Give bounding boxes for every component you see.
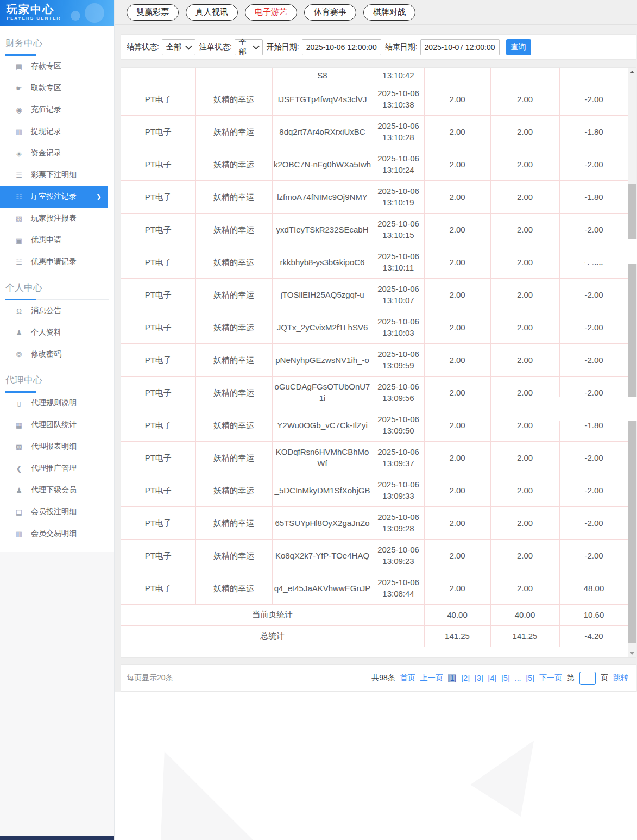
lottery-bet-details-icon: ☰ bbox=[15, 171, 23, 179]
bet-amount-cell: 2.00 bbox=[424, 115, 490, 148]
table-row: PT电子妖精的幸运jTOSllEIH25AQ5zgqf-u2025-10-06 … bbox=[121, 278, 628, 311]
order-id-cell: Ko8qX2k7-YfP-TOe4HAQ bbox=[272, 539, 373, 572]
sidebar-item-lottery-bet-details[interactable]: ☰彩票下注明细 bbox=[0, 164, 108, 186]
jump-prefix-label: 第 bbox=[567, 673, 575, 683]
page-link[interactable]: 下一页 bbox=[539, 673, 562, 683]
page-link-current[interactable]: [1] bbox=[448, 674, 457, 682]
sidebar-item-deposit[interactable]: ▤存款专区 bbox=[0, 55, 108, 77]
tab-game-category[interactable]: 棋牌对战 bbox=[363, 4, 415, 21]
settle-status-value: 全部 bbox=[166, 42, 181, 52]
sidebar-item-withdraw[interactable]: ☛取款专区 bbox=[0, 77, 108, 99]
profit-cell: -2.00 bbox=[559, 506, 628, 539]
sidebar-item-person[interactable]: ♟个人资料 bbox=[0, 322, 108, 343]
query-button[interactable]: 查询 bbox=[506, 39, 531, 55]
sidebar-item-label: 个人资料 bbox=[31, 328, 61, 337]
game-cell: 妖精的幸运 bbox=[195, 213, 272, 246]
table-row: PT电子妖精的幸运IJSETGTp4fwqV4s3clVJ2025-10-06 … bbox=[121, 83, 628, 115]
sidebar-item-agent-rules-doc[interactable]: ▯代理规则说明 bbox=[0, 392, 108, 414]
tab-game-category[interactable]: 雙赢彩票 bbox=[127, 4, 179, 21]
sidebar-item-recharge-records[interactable]: ◉充值记录 bbox=[0, 99, 108, 121]
sidebar-item-gear[interactable]: ❂修改密码 bbox=[0, 343, 108, 365]
page-link[interactable]: 首页 bbox=[400, 673, 415, 683]
hall-cell: PT电子 bbox=[121, 506, 195, 539]
game-cell: 妖精的幸运 bbox=[195, 83, 272, 115]
total-label-cell: 总统计 bbox=[121, 625, 424, 647]
table-scrollbar[interactable] bbox=[628, 68, 636, 657]
sidebar-item-member-bet-details[interactable]: ▤会员投注明细 bbox=[0, 501, 108, 523]
game-category-tabs: 雙赢彩票真人视讯电子游艺体育赛事棋牌对战 bbox=[115, 0, 637, 25]
order-id-cell: pNeNyhpGEzwsNV1ih_-o bbox=[272, 343, 373, 376]
profit-cell: -1.80 bbox=[559, 115, 628, 148]
table-row: PT电子妖精的幸运JQTx_2yCvixM2f1LhSV62025-10-06 … bbox=[121, 311, 628, 343]
sidebar-item-label: 资金记录 bbox=[31, 148, 61, 158]
bet-amount-cell: 2.00 bbox=[424, 213, 490, 246]
tab-active-game-category[interactable]: 电子游艺 bbox=[245, 4, 297, 21]
table-row: PT电子妖精的幸运Ko8qX2k7-YfP-TOe4HAQ2025-10-06 … bbox=[121, 539, 628, 572]
tab-game-category[interactable]: 真人视讯 bbox=[186, 4, 238, 21]
game-cell: 妖精的幸运 bbox=[195, 376, 272, 409]
sidebar-item-label: 充值记录 bbox=[31, 105, 61, 115]
sidebar-item-player-bet-report[interactable]: ▧玩家投注报表 bbox=[0, 208, 108, 229]
page-links: 首页上一页[1][2][3][4][5]...[5]下一页 bbox=[400, 673, 562, 683]
valid-amount-cell: 2.00 bbox=[490, 474, 559, 506]
page-link[interactable]: [2] bbox=[461, 674, 470, 682]
person-icon: ♟ bbox=[15, 329, 23, 337]
bet-amount-cell: 2.00 bbox=[424, 83, 490, 115]
scroll-up-arrow-icon[interactable] bbox=[628, 68, 636, 77]
sidebar-item-agent-report-details[interactable]: ▩代理报表明细 bbox=[0, 436, 108, 457]
page-jump-input[interactable] bbox=[579, 672, 596, 685]
logo: 玩家中心 PLAYERS CENTER bbox=[0, 0, 114, 26]
valid-amount-cell: 2.00 bbox=[490, 343, 559, 376]
sidebar-item-hall-bet-records[interactable]: ☷厅室投注记录❯ bbox=[0, 186, 108, 208]
sidebar-section-title: 代理中心 bbox=[5, 365, 109, 392]
order-status-select[interactable]: 全部 bbox=[235, 39, 263, 55]
valid-amount-cell: 2.00 bbox=[490, 441, 559, 474]
profit-cell: -1.80 bbox=[559, 180, 628, 213]
page-link[interactable]: 上一页 bbox=[420, 673, 443, 683]
profit-cell: -2.00 bbox=[559, 441, 628, 474]
sidebar-item-agent-members[interactable]: ♟代理下级会员 bbox=[0, 479, 108, 501]
sidebar-item-agent-promotion-share[interactable]: ❮代理推广管理 bbox=[0, 457, 108, 479]
sidebar-item-promo-apply-records[interactable]: ☱优惠申请记录 bbox=[0, 251, 108, 273]
sidebar-item-bell[interactable]: Ω消息公告 bbox=[0, 300, 108, 322]
sidebar-item-withdraw-records[interactable]: ▥提现记录 bbox=[0, 121, 108, 142]
game-cell: 妖精的幸运 bbox=[195, 115, 272, 148]
valid-amount-cell: 2.00 bbox=[490, 278, 559, 311]
order-id-cell: lzfmoA74fNIMc9Oj9NMY bbox=[272, 180, 373, 213]
sidebar-item-member-transaction-details[interactable]: ▥会员交易明细 bbox=[0, 523, 108, 544]
time-cell: 13:10:42 bbox=[373, 68, 424, 83]
bet-amount-cell: 2.00 bbox=[424, 506, 490, 539]
jump-button[interactable]: 跳转 bbox=[613, 673, 628, 683]
game-cell: 妖精的幸运 bbox=[195, 572, 272, 604]
page-link[interactable]: [5] bbox=[526, 674, 534, 682]
settle-status-select[interactable]: 全部 bbox=[162, 39, 195, 55]
recharge-records-icon: ◉ bbox=[15, 106, 23, 114]
sidebar-item-label: 代理报表明细 bbox=[31, 442, 77, 452]
sidebar-item-agent-team-stats[interactable]: ▦代理团队统计 bbox=[0, 414, 108, 436]
page-link[interactable]: [3] bbox=[475, 674, 483, 682]
page-link[interactable]: [5] bbox=[501, 674, 510, 682]
hall-cell: PT电子 bbox=[121, 311, 195, 343]
bet-amount-cell bbox=[424, 68, 490, 83]
order-status-value: 全部 bbox=[239, 37, 254, 57]
gear-icon: ❂ bbox=[15, 350, 23, 359]
hall-cell: PT电子 bbox=[121, 343, 195, 376]
bet-records-table-panel: S813:10:42PT电子妖精的幸运IJSETGTp4fwqV4s3clVJ2… bbox=[121, 67, 636, 658]
time-cell: 2025-10-06 13:09:50 bbox=[373, 409, 424, 441]
time-cell: 2025-10-06 13:10:15 bbox=[373, 213, 424, 246]
scroll-down-arrow-icon[interactable] bbox=[628, 649, 636, 657]
page-ellipsis: ... bbox=[515, 674, 521, 682]
sidebar-item-funds-records[interactable]: ◈资金记录 bbox=[0, 142, 108, 164]
start-date-input[interactable] bbox=[302, 39, 381, 55]
end-date-input[interactable] bbox=[420, 39, 500, 55]
tab-game-category[interactable]: 体育赛事 bbox=[304, 4, 356, 21]
sidebar-item-label: 提现记录 bbox=[31, 127, 61, 136]
sidebar-item-label: 代理下级会员 bbox=[31, 485, 77, 495]
order-id-cell: Y2Wu0OGb_vC7Ck-IlZyi bbox=[272, 409, 373, 441]
game-cell: 妖精的幸运 bbox=[195, 506, 272, 539]
valid-amount-cell: 40.00 bbox=[490, 604, 559, 625]
sidebar-item-promo-apply[interactable]: ▣优惠申请 bbox=[0, 229, 108, 251]
order-status-label: 注单状态: bbox=[199, 42, 232, 52]
withdraw-records-icon: ▥ bbox=[15, 128, 23, 136]
page-link[interactable]: [4] bbox=[488, 674, 497, 682]
